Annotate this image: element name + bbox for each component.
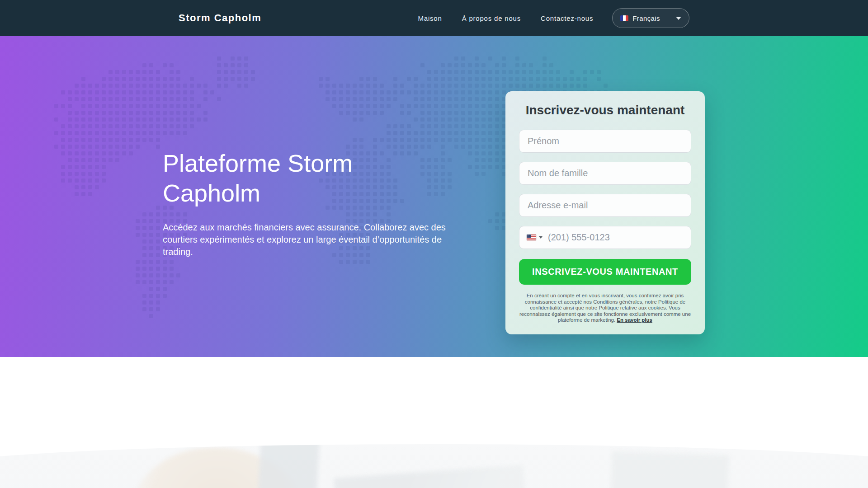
legal-disclaimer: En créant un compte et en vous inscrivan… [519, 293, 691, 324]
phone-number-input[interactable] [544, 232, 685, 243]
nav-link-home[interactable]: Maison [418, 14, 442, 22]
last-name-field[interactable] [519, 162, 691, 185]
first-name-field[interactable] [519, 130, 691, 153]
top-navigation-bar: Storm Capholm Maison À propos de nous Co… [0, 0, 868, 36]
language-label: Français [632, 14, 660, 22]
signup-submit-button[interactable]: INSCRIVEZ-VOUS MAINTENANT [519, 259, 691, 285]
lower-section [0, 357, 868, 488]
hero-subtitle: Accédez aux marchés financiers avec assu… [163, 221, 452, 258]
nav-link-contact[interactable]: Contactez-nous [541, 14, 593, 22]
caret-down-icon [539, 236, 542, 239]
hero-title: Plateforme Storm Capholm [163, 148, 425, 208]
hero-section: Plateforme Storm Capholm Accédez aux mar… [0, 36, 868, 357]
french-flag-icon [620, 15, 628, 21]
email-field[interactable] [519, 194, 691, 217]
signup-form-card: Inscrivez-vous maintenant INSCRIVEZ-VOUS… [505, 91, 705, 334]
disclaimer-text: En créant un compte et en vous inscrivan… [519, 293, 691, 323]
faded-office-photo [0, 444, 868, 488]
photo-background-shape [607, 451, 729, 488]
form-title: Inscrivez-vous maintenant [519, 103, 691, 117]
phone-field [519, 226, 691, 249]
learn-more-link[interactable]: En savoir plus [617, 317, 652, 323]
caret-down-icon [676, 17, 681, 20]
main-nav: Maison À propos de nous Contactez-nous [418, 14, 593, 22]
phone-country-selector[interactable] [525, 233, 544, 242]
hero-copy: Plateforme Storm Capholm Accédez aux mar… [163, 148, 461, 258]
us-flag-icon [527, 235, 536, 240]
brand-logo: Storm Capholm [179, 12, 261, 24]
nav-link-about[interactable]: À propos de nous [462, 14, 521, 22]
photo-laptop-shape [334, 465, 533, 488]
photo-monitor-shape [253, 444, 320, 488]
language-selector[interactable]: Français [612, 8, 689, 28]
